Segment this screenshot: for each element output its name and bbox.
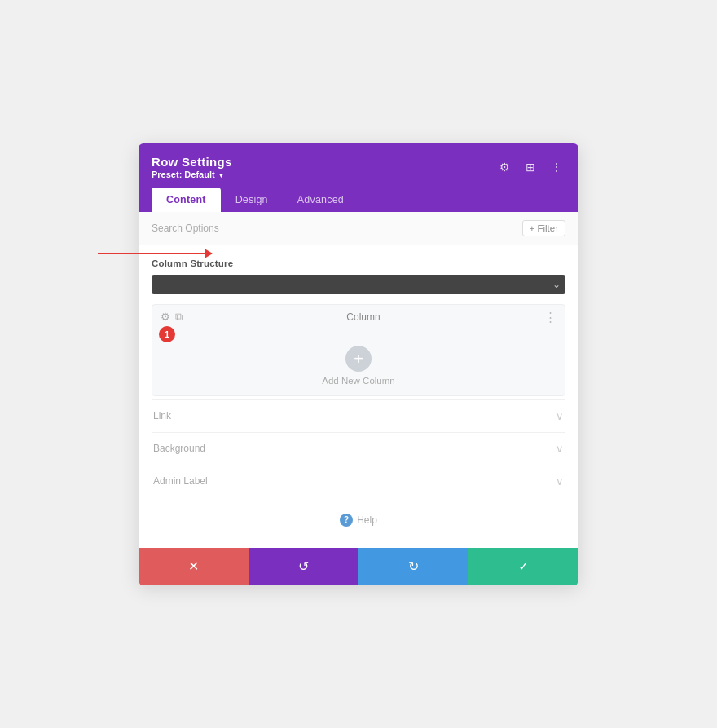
- column-settings-icon[interactable]: ⚙: [161, 311, 170, 323]
- accordion-link-chevron: ∨: [556, 410, 564, 422]
- tab-advanced[interactable]: Advanced: [283, 188, 358, 212]
- redo-icon: ↻: [408, 558, 419, 574]
- add-column-plus-icon: +: [354, 351, 363, 367]
- columns-icon-btn[interactable]: ⊞: [521, 158, 539, 176]
- more-icon: ⋮: [551, 161, 562, 174]
- panel-footer: ✕ ↺ ↻ ✓: [139, 548, 578, 585]
- add-column-circle: +: [345, 346, 372, 372]
- arrow-line: [98, 253, 212, 254]
- add-column-text: Add New Column: [322, 376, 394, 386]
- panel-preset[interactable]: Preset: Default ▾: [152, 170, 232, 179]
- column-label: Column: [183, 311, 544, 323]
- settings-icon: ⚙: [499, 161, 510, 174]
- panel-title-area: Row Settings Preset: Default ▾: [152, 155, 232, 179]
- accordion-background: Background ∨: [152, 432, 565, 465]
- search-bar: Search Options + Filter: [139, 212, 578, 245]
- columns-icon: ⊞: [526, 161, 535, 174]
- accordion-admin-label-title: Admin Label: [153, 475, 208, 487]
- panel-content: Column Structure ⌄ ⚙ ⧉ Column ⋮ 1: [139, 245, 578, 548]
- column-icons: ⚙ ⧉: [161, 311, 183, 324]
- undo-icon: ↺: [298, 558, 309, 574]
- tab-design[interactable]: Design: [221, 188, 283, 212]
- page-wrapper: Row Settings Preset: Default ▾ ⚙ ⊞ ⋮: [0, 0, 717, 728]
- accordion-background-header[interactable]: Background ∨: [152, 443, 565, 455]
- help-icon-char: ?: [344, 515, 349, 524]
- panel-header: Row Settings Preset: Default ▾ ⚙ ⊞ ⋮: [139, 143, 578, 212]
- panel-header-top: Row Settings Preset: Default ▾ ⚙ ⊞ ⋮: [152, 155, 565, 179]
- accordion-background-chevron: ∨: [556, 443, 564, 455]
- help-icon: ?: [340, 514, 353, 527]
- accordion-background-title: Background: [153, 443, 205, 454]
- accordion-link-header[interactable]: Link ∨: [152, 410, 565, 422]
- column-structure-label: Column Structure: [152, 258, 565, 268]
- save-icon: ✓: [518, 558, 529, 574]
- arrow-annotation: [98, 253, 212, 254]
- redo-button[interactable]: ↻: [358, 548, 468, 585]
- filter-label: + Filter: [530, 223, 558, 233]
- row-settings-panel: Row Settings Preset: Default ▾ ⚙ ⊞ ⋮: [139, 143, 578, 585]
- header-icons: ⚙ ⊞ ⋮: [495, 158, 565, 176]
- accordion-admin-label-header[interactable]: Admin Label ∨: [152, 475, 565, 488]
- accordion-link-title: Link: [153, 410, 171, 421]
- save-button[interactable]: ✓: [468, 548, 578, 585]
- column-more-icon[interactable]: ⋮: [544, 310, 556, 324]
- column-badge: 1: [159, 326, 175, 342]
- accordion-admin-label: Admin Label ∨: [152, 465, 565, 497]
- accordion-link: Link ∨: [152, 399, 565, 432]
- search-placeholder: Search Options: [152, 223, 219, 234]
- cancel-button[interactable]: ✕: [139, 548, 249, 585]
- column-duplicate-icon[interactable]: ⧉: [175, 311, 183, 324]
- cancel-icon: ✕: [188, 558, 199, 574]
- column-row-header: ⚙ ⧉ Column ⋮: [152, 305, 565, 329]
- filter-button[interactable]: + Filter: [522, 220, 565, 236]
- accordion-admin-label-chevron: ∨: [556, 475, 564, 488]
- settings-icon-btn[interactable]: ⚙: [495, 158, 513, 176]
- panel-tabs: Content Design Advanced: [152, 188, 565, 212]
- column-structure-select[interactable]: ⌄: [152, 275, 565, 294]
- more-icon-btn[interactable]: ⋮: [548, 158, 565, 176]
- help-label: Help: [357, 514, 377, 526]
- preset-label: Preset: Default: [152, 170, 215, 179]
- column-row: ⚙ ⧉ Column ⋮ 1 + Add New Column: [152, 304, 565, 396]
- preset-arrow: ▾: [219, 171, 223, 179]
- undo-button[interactable]: ↺: [249, 548, 358, 585]
- add-new-column[interactable]: + Add New Column: [152, 329, 565, 395]
- tab-content[interactable]: Content: [152, 188, 221, 212]
- select-arrow-icon: ⌄: [552, 279, 561, 290]
- help-row[interactable]: ? Help: [152, 497, 565, 535]
- panel-title: Row Settings: [152, 155, 232, 169]
